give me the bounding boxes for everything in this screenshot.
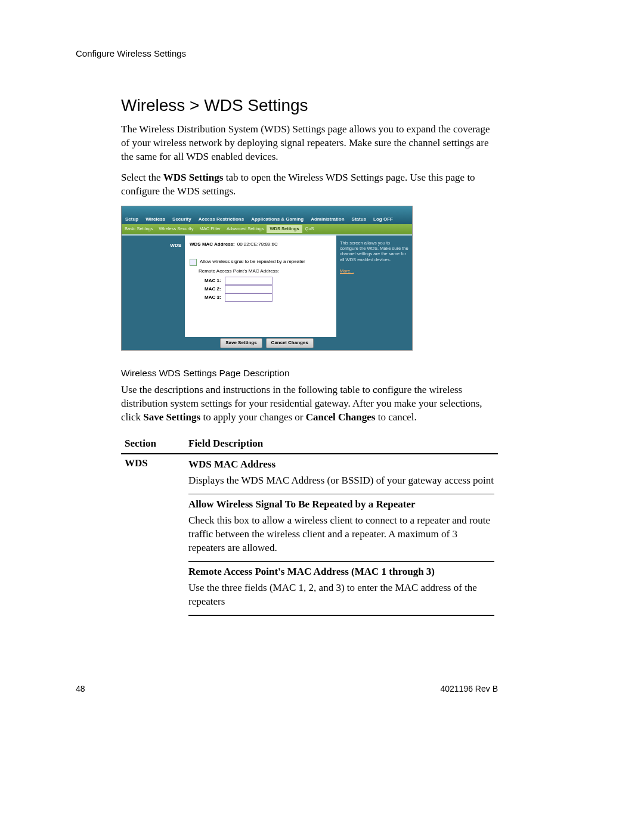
- page-description-paragraph: Use the descriptions and instructions in…: [121, 383, 498, 425]
- field-remote-ap-mac: Remote Access Point's MAC Address (MAC 1…: [188, 562, 494, 616]
- router-help-panel: This screen allows you to configure the …: [336, 236, 412, 337]
- tab-status[interactable]: Status: [348, 214, 370, 224]
- table-header-field-description: Field Description: [185, 435, 498, 454]
- allow-repeat-checkbox[interactable]: [190, 259, 197, 266]
- table-header-section: Section: [121, 435, 185, 454]
- mac2-label: MAC 2:: [205, 286, 221, 293]
- tab-setup[interactable]: Setup: [122, 214, 142, 224]
- field-text-1: Displays the WDS MAC Address (or BSSID) …: [188, 474, 494, 488]
- page-description-subhead: Wireless WDS Settings Page Description: [121, 367, 498, 380]
- running-header: Configure Wireless Settings: [76, 48, 498, 60]
- field-title-1: WDS MAC Address: [188, 458, 494, 472]
- mac1-input[interactable]: [225, 277, 273, 285]
- remote-ap-label: Remote Access Point's MAC Address:: [199, 268, 279, 275]
- field-allow-wireless-repeat: Allow Wireless Signal To Be Repeated by …: [188, 494, 494, 562]
- help-text: This screen allows you to configure the …: [340, 240, 408, 262]
- footer-page-number: 48: [76, 683, 85, 695]
- cancel-changes-button[interactable]: Cancel Changes: [266, 338, 314, 348]
- field-text-2: Check this box to allow a wireless clien…: [188, 514, 494, 555]
- subtab-basic-settings[interactable]: Basic Settings: [122, 226, 156, 232]
- intro2-prefix: Select the: [121, 172, 163, 183]
- save-settings-button[interactable]: Save Settings: [220, 338, 262, 348]
- subtab-advanced-settings[interactable]: Advanced Settings: [224, 226, 267, 232]
- router-main-tabs: Setup Wireless Security Access Restricti…: [122, 206, 412, 224]
- intro2-bold: WDS Settings: [163, 172, 224, 183]
- wds-mac-label: WDS MAC Address:: [190, 241, 235, 248]
- mac3-label: MAC 3:: [205, 295, 221, 301]
- field-wds-mac-address: WDS MAC Address Displays the WDS MAC Add…: [188, 454, 494, 494]
- tab-wireless[interactable]: Wireless: [142, 214, 169, 224]
- tab-security[interactable]: Security: [169, 214, 195, 224]
- field-description-table: Section Field Description WDS WDS MAC Ad…: [121, 435, 498, 615]
- tab-applications-gaming[interactable]: Applications & Gaming: [247, 214, 307, 224]
- table-section-wds: WDS: [121, 454, 185, 615]
- subtab-wireless-security[interactable]: Wireless Security: [156, 226, 197, 232]
- page-title: Wireless > WDS Settings: [121, 94, 498, 117]
- router-sub-tabs: Basic Settings Wireless Security MAC Fil…: [122, 224, 412, 234]
- tab-access-restrictions[interactable]: Access Restrictions: [195, 214, 247, 224]
- mac1-label: MAC 1:: [205, 278, 221, 284]
- desc-cancel-bold: Cancel Changes: [306, 411, 376, 423]
- subtab-wds-settings[interactable]: WDS Settings: [267, 225, 302, 233]
- field-title-2: Allow Wireless Signal To Be Repeated by …: [188, 498, 494, 512]
- desc-mid: to apply your changes or: [200, 411, 306, 423]
- wds-mac-value: 00:22:CE:78:89:6C: [237, 241, 278, 248]
- help-more-link[interactable]: More...: [340, 268, 354, 274]
- footer-revision: 4021196 Rev B: [440, 683, 498, 695]
- mac2-input[interactable]: [225, 285, 273, 293]
- allow-repeat-label: Allow wireless signal to be repeated by …: [200, 259, 305, 265]
- field-title-3: Remote Access Point's MAC Address (MAC 1…: [188, 565, 494, 579]
- tab-administration[interactable]: Administration: [307, 214, 348, 224]
- router-screenshot: Setup Wireless Security Access Restricti…: [121, 206, 413, 351]
- desc-suffix: to cancel.: [375, 411, 416, 423]
- mac3-input[interactable]: [225, 293, 273, 302]
- page-footer: 48 4021196 Rev B: [76, 683, 498, 695]
- field-text-3: Use the three fields (MAC 1, 2, and 3) t…: [188, 581, 494, 609]
- router-button-bar: Save Settings Cancel Changes: [122, 337, 412, 350]
- router-form-area: WDS MAC Address: 00:22:CE:78:89:6C Allow…: [185, 236, 336, 337]
- tab-logoff[interactable]: Log OFF: [370, 214, 397, 224]
- intro-paragraph-2: Select the WDS Settings tab to open the …: [121, 171, 498, 199]
- desc-save-bold: Save Settings: [143, 411, 200, 423]
- subtab-qos[interactable]: QoS: [302, 226, 317, 232]
- intro-paragraph-1: The Wireless Distribution System (WDS) S…: [121, 123, 498, 164]
- router-left-label: WDS: [122, 236, 185, 337]
- subtab-mac-filter[interactable]: MAC Filter: [196, 226, 223, 232]
